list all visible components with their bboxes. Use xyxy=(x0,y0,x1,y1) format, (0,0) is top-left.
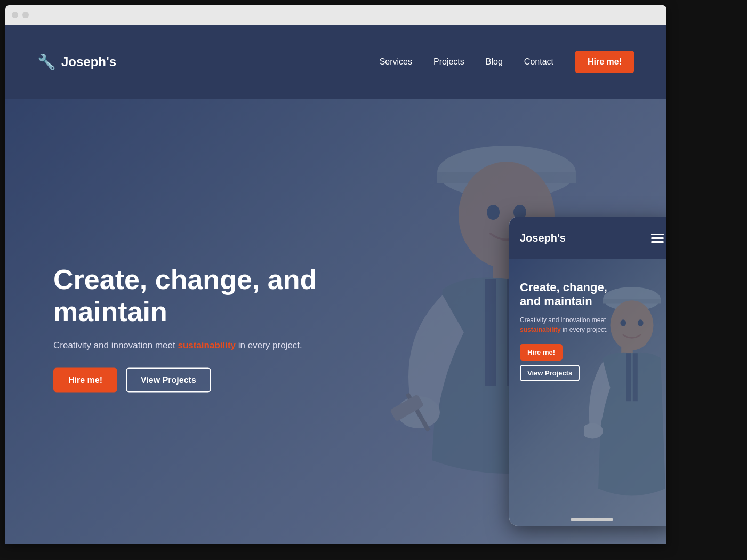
hero-subtitle-prefix: Creativity and innovation meet xyxy=(53,340,175,350)
hero-subtitle: Creativity and innovation meet sustainab… xyxy=(53,338,352,352)
mobile-header: Joseph's xyxy=(509,217,666,259)
wrench-icon: 🔧 xyxy=(37,53,56,71)
mobile-subtitle-suffix: in every project. xyxy=(563,326,608,333)
hero-buttons: Hire me! View Projects xyxy=(53,368,352,393)
mobile-projects-button[interactable]: View Projects xyxy=(520,365,580,381)
hire-button[interactable]: Hire me! xyxy=(575,51,634,73)
hamburger-icon[interactable] xyxy=(651,234,664,243)
hero-subtitle-suffix: in every project. xyxy=(238,340,302,350)
mobile-subtitle-highlight: sustainability xyxy=(520,326,561,333)
hero-hire-button[interactable]: Hire me! xyxy=(53,368,117,393)
browser-dot-1 xyxy=(12,12,18,18)
browser-titlebar xyxy=(5,5,666,25)
mobile-hero-title: Create, change, and maintain xyxy=(520,281,621,309)
browser-window: 🔧 Joseph's Services Projects Blog Contac… xyxy=(5,5,666,544)
nav-link-projects[interactable]: Projects xyxy=(433,57,464,66)
mobile-hero-buttons: Hire me! View Projects xyxy=(520,344,621,381)
nav-link-contact[interactable]: Contact xyxy=(524,57,553,66)
logo-text: Joseph's xyxy=(61,54,116,69)
main-nav: Services Projects Blog Contact Hire me! xyxy=(380,51,634,73)
mobile-home-indicator xyxy=(571,518,613,521)
nav-links: Services Projects Blog Contact Hire me! xyxy=(380,51,634,73)
site-wrapper: 🔧 Joseph's Services Projects Blog Contac… xyxy=(5,25,666,544)
hero-content: Create, change, and maintain Creativity … xyxy=(53,264,352,393)
hamburger-line-3 xyxy=(651,241,664,243)
mobile-hire-button[interactable]: Hire me! xyxy=(520,344,563,361)
mobile-hero-content: Create, change, and maintain Creativity … xyxy=(520,281,621,381)
nav-link-services[interactable]: Services xyxy=(380,57,412,66)
nav-link-blog[interactable]: Blog xyxy=(486,57,503,66)
hero-section: Create, change, and maintain Creativity … xyxy=(5,99,666,544)
hero-title: Create, change, and maintain xyxy=(53,264,352,328)
browser-dot-2 xyxy=(22,12,29,18)
nav-item-contact[interactable]: Contact xyxy=(524,57,553,67)
nav-item-services[interactable]: Services xyxy=(380,57,412,67)
mobile-hero: Create, change, and maintain Creativity … xyxy=(509,259,666,526)
hero-subtitle-highlight: sustainability xyxy=(178,340,236,350)
nav-item-hire[interactable]: Hire me! xyxy=(575,51,634,73)
site-header: 🔧 Joseph's Services Projects Blog Contac… xyxy=(5,25,666,99)
nav-item-blog[interactable]: Blog xyxy=(486,57,503,67)
mobile-subtitle-prefix: Creativity and innovation meet xyxy=(520,316,606,324)
hamburger-line-1 xyxy=(651,234,664,235)
mobile-hero-subtitle: Creativity and innovation meet sustainab… xyxy=(520,315,621,334)
logo-area: 🔧 Joseph's xyxy=(37,53,116,71)
mobile-preview-card: Joseph's xyxy=(509,217,666,526)
hero-projects-button[interactable]: View Projects xyxy=(126,368,211,393)
nav-item-projects[interactable]: Projects xyxy=(433,57,464,67)
hamburger-line-2 xyxy=(651,237,664,239)
mobile-logo: Joseph's xyxy=(520,232,566,244)
